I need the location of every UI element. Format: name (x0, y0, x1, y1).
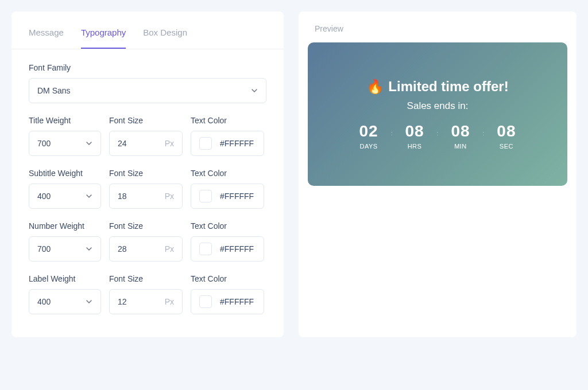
countdown-hrs: 08 HRS (405, 122, 424, 150)
font-family-value: DM Sans (37, 86, 71, 95)
countdown-sep: : (437, 130, 439, 136)
label-color-value: #FFFFFF (220, 297, 254, 306)
number-color-value: #FFFFFF (220, 244, 254, 253)
label-weight-label: Label Weight (29, 274, 101, 283)
number-weight-label: Number Weight (29, 221, 101, 231)
tab-message[interactable]: Message (29, 17, 64, 49)
countdown-days-num: 02 (359, 122, 378, 141)
preview-heading: Preview (308, 24, 567, 33)
number-weight-value: 700 (37, 244, 51, 253)
title-color-value: #FFFFFF (220, 139, 254, 148)
countdown-sec-lab: SEC (497, 143, 516, 150)
subtitle-color-input[interactable]: #FFFFFF (191, 184, 264, 209)
tabs: Message Typography Box Design (11, 11, 284, 49)
number-color-input[interactable]: #FFFFFF (191, 236, 264, 262)
number-size-label: Font Size (109, 221, 183, 231)
subtitle-weight-value: 400 (37, 192, 51, 201)
countdown-days: 02 DAYS (359, 122, 378, 150)
countdown-days-lab: DAYS (359, 143, 378, 150)
subtitle-color-label: Text Color (191, 169, 264, 178)
number-size-value: 28 (118, 244, 127, 253)
title-color-label: Text Color (191, 116, 264, 125)
number-weight-select[interactable]: 700 (29, 236, 101, 262)
color-swatch (199, 243, 212, 255)
preview-title: 🔥 Limited time offer! (366, 79, 508, 95)
subtitle-color-value: #FFFFFF (220, 192, 254, 201)
countdown-hrs-lab: HRS (405, 143, 424, 150)
preview-box: 🔥 Limited time offer! Sales ends in: 02 … (308, 42, 567, 186)
label-color-label: Text Color (191, 274, 264, 283)
color-swatch (199, 190, 212, 202)
preview-countdown: 02 DAYS : 08 HRS : 08 MIN : 08 SEC (359, 122, 516, 150)
font-family-select[interactable]: DM Sans (29, 78, 266, 103)
countdown-sep: : (483, 130, 485, 136)
countdown-sec-num: 08 (497, 122, 516, 141)
chevron-down-icon (86, 193, 92, 200)
subtitle-size-input[interactable]: 18 Px (109, 184, 183, 209)
label-weight-select[interactable]: 400 (29, 289, 101, 314)
number-size-unit: Px (165, 244, 174, 253)
preview-subtitle: Sales ends in: (407, 100, 469, 112)
countdown-min: 08 MIN (451, 122, 470, 150)
subtitle-weight-label: Subtitle Weight (29, 169, 101, 178)
settings-panel: Message Typography Box Design Font Famil… (11, 11, 284, 337)
title-weight-value: 700 (37, 139, 51, 148)
label-weight-value: 400 (37, 297, 51, 306)
number-size-input[interactable]: 28 Px (109, 236, 183, 262)
title-weight-label: Title Weight (29, 116, 101, 125)
chevron-down-icon (251, 87, 258, 94)
subtitle-size-label: Font Size (109, 169, 183, 178)
countdown-hrs-num: 08 (405, 122, 424, 141)
fire-icon: 🔥 (366, 79, 384, 95)
subtitle-size-unit: Px (165, 192, 174, 201)
color-swatch (199, 137, 212, 150)
subtitle-weight-select[interactable]: 400 (29, 184, 101, 209)
font-family-label: Font Family (29, 63, 266, 72)
label-color-input[interactable]: #FFFFFF (191, 289, 264, 314)
title-weight-select[interactable]: 700 (29, 131, 101, 156)
title-color-input[interactable]: #FFFFFF (191, 131, 264, 156)
chevron-down-icon (86, 245, 92, 252)
countdown-sep: : (391, 130, 393, 136)
color-swatch (199, 295, 212, 308)
label-size-label: Font Size (109, 274, 183, 283)
title-size-unit: Px (165, 139, 174, 148)
title-size-label: Font Size (109, 116, 183, 125)
chevron-down-icon (86, 298, 92, 305)
title-size-value: 24 (118, 139, 127, 148)
label-size-unit: Px (165, 297, 174, 306)
number-color-label: Text Color (191, 221, 264, 231)
preview-panel: Preview 🔥 Limited time offer! Sales ends… (299, 11, 577, 337)
title-size-input[interactable]: 24 Px (109, 131, 183, 156)
chevron-down-icon (86, 140, 92, 147)
tab-box-design[interactable]: Box Design (143, 17, 187, 49)
countdown-sec: 08 SEC (497, 122, 516, 150)
tab-typography[interactable]: Typography (81, 17, 126, 49)
countdown-min-lab: MIN (451, 143, 470, 150)
label-size-value: 12 (118, 297, 127, 306)
subtitle-size-value: 18 (118, 192, 127, 201)
label-size-input[interactable]: 12 Px (109, 289, 183, 314)
countdown-min-num: 08 (451, 122, 470, 141)
preview-title-text: Limited time offer! (388, 79, 508, 95)
